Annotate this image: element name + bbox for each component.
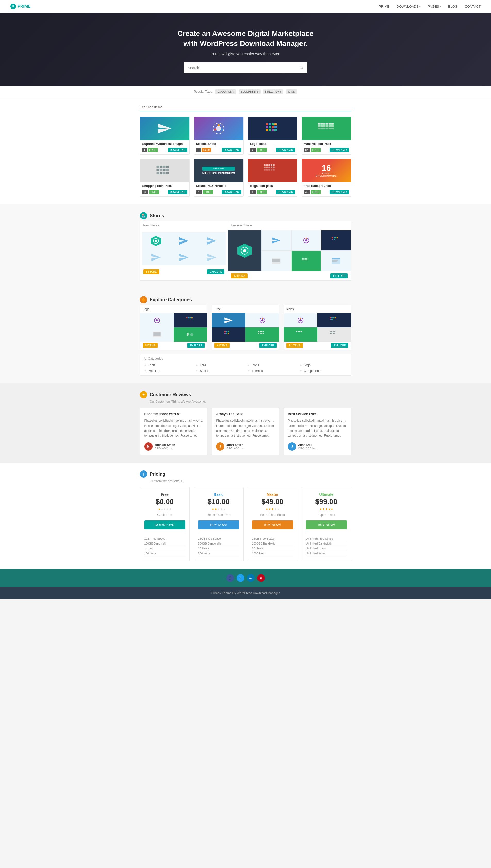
plan-basic-f2: 500GB Bandwidth (198, 541, 239, 546)
featured-store-count[interactable]: 12 ITEMS (231, 273, 248, 278)
item-count-5: 79 (142, 190, 148, 194)
featured-section: Featured Items Supreme WordPress Plugin … (0, 97, 491, 204)
svg-rect-139 (299, 331, 300, 332)
plan-master-f2: 1000GB Bandwidth (252, 541, 293, 546)
svg-rect-137 (296, 331, 297, 332)
all-cat-components[interactable]: ✦ Components (299, 369, 347, 373)
feat-thumb-4 (261, 251, 291, 271)
plan-master-btn[interactable]: BUY NOW! (252, 520, 293, 529)
facebook-icon[interactable]: f (226, 574, 234, 582)
tag-1[interactable]: LOGO FONT (215, 89, 236, 94)
item-download-2[interactable]: DOWNLOAD (222, 148, 241, 152)
store-thumb-5 (170, 250, 198, 265)
featured-store-explore[interactable]: EXPLORE (330, 273, 348, 278)
all-cat-stocks[interactable]: ✦ Stocks (196, 369, 243, 373)
store-thumb-1 (142, 232, 170, 250)
item-count-7: 86 (250, 190, 256, 194)
all-cat-icons[interactable]: ✦ Icons (248, 363, 296, 367)
all-cat-themes[interactable]: ✦ Themes (248, 369, 296, 373)
svg-rect-90 (305, 258, 306, 259)
item-actions-4: 87 FREE DOWNLOAD (302, 147, 351, 154)
svg-point-109 (190, 333, 193, 336)
tag-2[interactable]: BLUEPRINTS (239, 89, 261, 94)
logo[interactable]: P PRIME (10, 4, 31, 9)
svg-rect-25 (331, 123, 334, 125)
svg-rect-38 (157, 166, 160, 168)
item-download-3[interactable]: DOWNLOAD (276, 148, 295, 152)
all-cat-premium-label: Premium (148, 369, 160, 373)
item-download-6[interactable]: DOWNLOAD (222, 190, 241, 194)
item-thumb-8: 16 FREE BACKGROUNDS (302, 159, 351, 182)
svg-rect-28 (323, 125, 325, 127)
item-count-6: 23 (196, 190, 202, 194)
cat-icons: Icons (284, 305, 351, 350)
featured-item-7: Mega Icon pack 86 FREE DOWNLOAD (248, 159, 297, 196)
svg-point-0 (300, 66, 302, 69)
all-cat-free[interactable]: ✦ Free (196, 363, 243, 367)
item-count-8: 36 (304, 190, 310, 194)
item-download-4[interactable]: DOWNLOAD (330, 148, 349, 152)
svg-rect-95 (307, 260, 308, 261)
featured-store-main (228, 230, 261, 271)
svg-rect-60 (264, 169, 266, 170)
item-thumb-4 (302, 117, 351, 140)
item-download-5[interactable]: DOWNLOAD (168, 190, 187, 194)
item-download-8[interactable]: DOWNLOAD (330, 190, 349, 194)
categories-grid: Logo (140, 305, 351, 350)
new-stores-count[interactable]: 1 STORE (143, 269, 160, 274)
linkedin-icon[interactable]: in (247, 574, 255, 582)
pinterest-icon[interactable]: P (257, 574, 265, 582)
item-download-1[interactable]: DOWNLOAD (168, 148, 187, 152)
cat-free-explore[interactable]: EXPLORE (259, 343, 277, 348)
svg-rect-97 (332, 259, 340, 260)
svg-rect-42 (157, 169, 160, 171)
nav-downloads[interactable]: DOWNLOADS (397, 5, 421, 8)
cat-logo-count[interactable]: 5 ITEMS (143, 343, 158, 348)
search-input[interactable] (184, 62, 295, 73)
pricing-heading: $ Pricing (140, 470, 351, 478)
svg-rect-103 (188, 317, 189, 318)
svg-rect-85 (334, 239, 335, 240)
featured-item-6: FREE PSD MAKE FOR DESIGNERS Create PSD P… (194, 159, 243, 196)
item-title-1: Supreme WordPress Plugin (140, 140, 190, 147)
svg-rect-49 (166, 172, 169, 174)
tag-4[interactable]: ICON (286, 89, 297, 94)
svg-rect-21 (320, 123, 323, 125)
plan-master-name: Master (252, 492, 293, 496)
plan-free-btn[interactable]: DOWNLOAD (144, 520, 185, 529)
explore-title: Explore Categories (150, 297, 192, 303)
nav-blog[interactable]: BLOG (448, 5, 458, 8)
tag-3[interactable]: FREE FONT (263, 89, 283, 94)
cat-logo-explore[interactable]: EXPLORE (187, 343, 205, 348)
stores-wrapper: New Stores (140, 221, 351, 281)
plan-free-f1: 1GB Free Space (144, 536, 185, 541)
item-price-3: FREE (257, 148, 267, 152)
all-cat-fonts[interactable]: ✦ Fonts (144, 363, 192, 367)
item-actions-6: 23 FREE DOWNLOAD (194, 189, 243, 196)
cat-icons-count[interactable]: 11 ITEMS (286, 343, 303, 348)
cat-logo-footer: 5 ITEMS EXPLORE (140, 342, 207, 350)
svg-rect-133 (333, 317, 335, 318)
all-cat-logo[interactable]: ✦ Logo (299, 363, 347, 367)
svg-text:8: 8 (187, 332, 189, 336)
nav-pages[interactable]: PAGES (428, 5, 441, 8)
item-download-7[interactable]: DOWNLOAD (276, 190, 295, 194)
svg-rect-45 (166, 169, 169, 171)
new-stores-explore[interactable]: EXPLORE (207, 269, 225, 274)
nav-prime[interactable]: PRIME (379, 5, 389, 8)
plan-ultimate-f2: Unlimited Bandwidth (306, 541, 347, 546)
icons-icon: ✦ (248, 363, 250, 367)
cat-icons-explore[interactable]: EXPLORE (331, 343, 348, 348)
plan-ultimate-btn[interactable]: BUY NOW! (306, 520, 347, 529)
nav-contact[interactable]: CONTACT (465, 5, 481, 8)
explore-heading: 🔶 Explore Categories (140, 296, 351, 303)
cat-free-count[interactable]: 6 ITEMS (214, 343, 230, 348)
all-cat-premium[interactable]: ✦ Premium (144, 369, 192, 373)
cat-logo-thumbs: 8 (140, 313, 207, 342)
search-button[interactable] (295, 62, 308, 73)
all-cat-stocks-label: Stocks (200, 369, 209, 373)
feat-thumb-2 (291, 230, 321, 251)
featured-store-thumbs (261, 230, 351, 271)
plan-basic-btn[interactable]: BUY NOW! (198, 520, 239, 529)
twitter-icon[interactable]: t (237, 574, 244, 582)
